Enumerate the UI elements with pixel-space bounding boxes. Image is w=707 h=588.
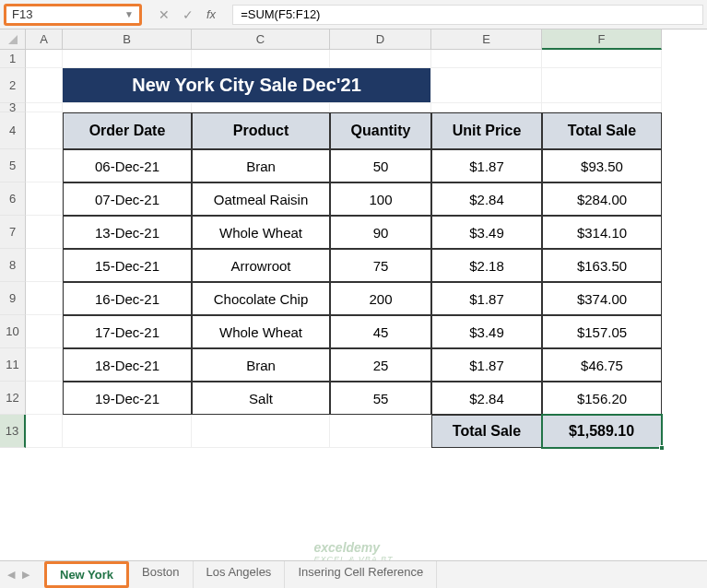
data-cell[interactable]: 55 <box>330 382 431 415</box>
cell-A7[interactable] <box>26 216 63 249</box>
row-header-10[interactable]: 10 <box>0 315 26 348</box>
data-cell[interactable]: Bran <box>192 348 330 382</box>
data-cell[interactable]: 18-Dec-21 <box>63 348 192 382</box>
tab-nav-prev-icon[interactable]: ◀ <box>7 569 15 581</box>
name-box[interactable]: F13 ▼ <box>4 4 142 26</box>
cell-E1[interactable] <box>431 50 542 68</box>
cell-A8[interactable] <box>26 249 63 282</box>
data-cell[interactable]: 50 <box>330 149 431 182</box>
data-cell[interactable]: 07-Dec-21 <box>63 182 192 216</box>
row-header-7[interactable]: 7 <box>0 216 26 249</box>
cell-D3[interactable] <box>330 103 431 112</box>
data-cell[interactable]: $2.84 <box>431 182 542 216</box>
row-header-1[interactable]: 1 <box>0 50 26 68</box>
data-cell[interactable]: 16-Dec-21 <box>63 282 192 315</box>
row-header-2[interactable]: 2 <box>0 68 26 103</box>
cell-D13[interactable] <box>330 415 431 448</box>
data-cell[interactable]: $2.84 <box>431 382 542 415</box>
data-cell[interactable]: $46.75 <box>542 348 662 382</box>
data-cell[interactable]: $284.00 <box>542 182 662 216</box>
sheet-tab-los-angeles[interactable]: Los Angeles <box>194 561 286 588</box>
data-cell[interactable]: Arrowroot <box>192 249 330 282</box>
data-cell[interactable]: $1.87 <box>431 149 542 182</box>
data-cell[interactable]: 100 <box>330 182 431 216</box>
col-header-D[interactable]: D <box>330 29 431 50</box>
data-cell[interactable]: Bran <box>192 149 330 182</box>
row-header-13[interactable]: 13 <box>0 415 26 448</box>
name-box-dropdown-icon[interactable]: ▼ <box>124 9 134 19</box>
row-header-9[interactable]: 9 <box>0 282 26 315</box>
cell-D1[interactable] <box>330 50 431 68</box>
enter-icon[interactable]: ✓ <box>183 7 194 22</box>
cell-A1[interactable] <box>26 50 63 68</box>
col-header-E[interactable]: E <box>431 29 542 50</box>
row-header-5[interactable]: 5 <box>0 149 26 182</box>
data-cell[interactable]: $3.49 <box>431 216 542 249</box>
data-cell[interactable]: 90 <box>330 216 431 249</box>
cell-A6[interactable] <box>26 182 63 216</box>
data-cell[interactable]: 17-Dec-21 <box>63 315 192 348</box>
row-header-8[interactable]: 8 <box>0 249 26 282</box>
data-cell[interactable]: Oatmeal Raisin <box>192 182 330 216</box>
cell-A2[interactable] <box>26 68 63 103</box>
cancel-icon[interactable]: ✕ <box>159 7 170 22</box>
sheet-tab-insering-cell-reference[interactable]: Insering Cell Reference <box>285 561 437 588</box>
cell-A3[interactable] <box>26 103 63 112</box>
col-header-C[interactable]: C <box>192 29 330 50</box>
cell-E3[interactable] <box>431 103 542 112</box>
row-header-4[interactable]: 4 <box>0 112 26 149</box>
data-cell[interactable]: 15-Dec-21 <box>63 249 192 282</box>
data-cell[interactable]: Whole Wheat <box>192 315 330 348</box>
cell-B13[interactable] <box>63 415 192 448</box>
col-header-B[interactable]: B <box>63 29 192 50</box>
cell-C13[interactable] <box>192 415 330 448</box>
cell-B1[interactable] <box>63 50 192 68</box>
row-header-6[interactable]: 6 <box>0 182 26 216</box>
cell-F1[interactable] <box>542 50 662 68</box>
row-header-3[interactable]: 3 <box>0 103 26 112</box>
cell-E2[interactable] <box>431 68 542 103</box>
cell-F3[interactable] <box>542 103 662 112</box>
data-cell[interactable]: $374.00 <box>542 282 662 315</box>
select-all-corner[interactable] <box>0 29 26 50</box>
cell-B3[interactable] <box>63 103 192 112</box>
data-cell[interactable]: $163.50 <box>542 249 662 282</box>
data-cell[interactable]: $157.05 <box>542 315 662 348</box>
data-cell[interactable]: 75 <box>330 249 431 282</box>
cell-A10[interactable] <box>26 315 63 348</box>
cell-A12[interactable] <box>26 382 63 415</box>
cell-A4[interactable] <box>26 112 63 149</box>
data-cell[interactable]: $2.18 <box>431 249 542 282</box>
fx-icon[interactable]: fx <box>206 7 216 21</box>
data-cell[interactable]: Salt <box>192 382 330 415</box>
total-value-selected[interactable]: $1,589.10 <box>542 415 662 448</box>
data-cell[interactable]: 19-Dec-21 <box>63 382 192 415</box>
data-cell[interactable]: 06-Dec-21 <box>63 149 192 182</box>
cell-A11[interactable] <box>26 348 63 382</box>
cell-F2[interactable] <box>542 68 662 103</box>
sheet-tab-boston[interactable]: Boston <box>129 561 193 588</box>
tab-nav-next-icon[interactable]: ▶ <box>22 569 29 581</box>
row-header-11[interactable]: 11 <box>0 348 26 382</box>
data-cell[interactable]: $156.20 <box>542 382 662 415</box>
data-cell[interactable]: 45 <box>330 315 431 348</box>
data-cell[interactable]: Whole Wheat <box>192 216 330 249</box>
data-cell[interactable]: 13-Dec-21 <box>63 216 192 249</box>
data-cell[interactable]: Chocolate Chip <box>192 282 330 315</box>
cell-C1[interactable] <box>192 50 330 68</box>
sheet-tab-new-york[interactable]: New York <box>44 561 129 588</box>
data-cell[interactable]: 200 <box>330 282 431 315</box>
col-header-F[interactable]: F <box>542 29 662 50</box>
data-cell[interactable]: $314.10 <box>542 216 662 249</box>
data-cell[interactable]: 25 <box>330 348 431 382</box>
cell-A5[interactable] <box>26 149 63 182</box>
data-cell[interactable]: $1.87 <box>431 282 542 315</box>
formula-input[interactable]: =SUM(F5:F12) <box>232 5 703 25</box>
data-cell[interactable]: $1.87 <box>431 348 542 382</box>
cell-A9[interactable] <box>26 282 63 315</box>
cell-C3[interactable] <box>192 103 330 112</box>
data-cell[interactable]: $3.49 <box>431 315 542 348</box>
data-cell[interactable]: $93.50 <box>542 149 662 182</box>
col-header-A[interactable]: A <box>26 29 63 50</box>
row-header-12[interactable]: 12 <box>0 382 26 415</box>
